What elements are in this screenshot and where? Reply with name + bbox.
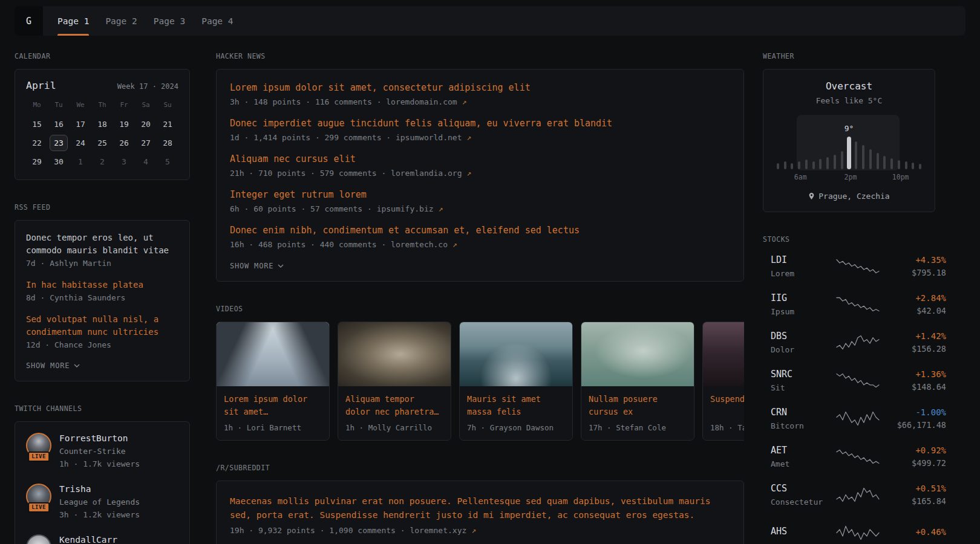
- chevron-down-icon: [278, 264, 284, 268]
- rss-item-title[interactable]: Donec tempor eros leo, ut commodo mauris…: [26, 232, 178, 257]
- stock-change: +0.46%: [880, 526, 946, 537]
- hackernews-item-title[interactable]: Integer eget rutrum lorem: [230, 189, 730, 201]
- hackernews-item-title[interactable]: Donec enim nibh, condimentum et accumsan…: [230, 225, 730, 236]
- video-card[interactable]: Lorem ipsum dolor sit amet consectetu… 1…: [216, 322, 330, 441]
- stock-price: $795.18: [880, 268, 946, 278]
- stock-change: +0.92%: [880, 445, 946, 456]
- stock-row[interactable]: DBS Dolor +1.42% $156.28: [763, 328, 935, 357]
- stock-price: $499.72: [880, 458, 946, 468]
- calendar-weekday: Sa: [135, 100, 157, 115]
- external-link-arrow[interactable]: ↗: [462, 97, 467, 106]
- hackernews-item: Donec imperdiet augue tincidunt felis al…: [230, 118, 730, 142]
- video-card[interactable]: Mauris sit amet massa felis 7h · Grayson…: [459, 322, 573, 441]
- weather-axis: 6am2pm10pm: [774, 173, 924, 182]
- stock-change: -1.00%: [880, 407, 946, 418]
- stock-change: +1.42%: [880, 331, 946, 342]
- page-tab[interactable]: Page 1: [57, 6, 89, 36]
- twitch-channel[interactable]: LIVE ForrestBurton Counter-Strike 1h · 1…: [26, 433, 178, 469]
- stock-row[interactable]: AET Amet +0.92% $499.72: [763, 442, 935, 471]
- rss-item-meta: 8d · Cynthia Saunders: [26, 293, 178, 302]
- videos-widget-label: VIDEOS: [216, 305, 744, 314]
- weather-hour-bar: [912, 163, 914, 169]
- weather-hour-bar: [784, 161, 786, 169]
- video-title: Lorem ipsum dolor sit amet consectetu…: [224, 393, 322, 418]
- weather-widget: WEATHER Overcast Feels like 5°C 9°: [763, 52, 935, 212]
- weather-hour-column: [782, 161, 789, 169]
- weather-hour-column: [860, 145, 867, 169]
- weather-location: Prague, Czechia: [773, 192, 925, 203]
- weather-hour-bar: [805, 160, 808, 169]
- calendar-weekday: Th: [91, 100, 113, 115]
- hackernews-item-title[interactable]: Donec imperdiet augue tincidunt felis al…: [230, 118, 730, 129]
- weather-location-text: Prague, Czechia: [818, 192, 889, 201]
- avatar-wrap: LIVE: [26, 534, 51, 544]
- weather-hour-bar: [898, 160, 900, 169]
- external-link-arrow[interactable]: ↗: [466, 169, 471, 178]
- hackernews-show-more-button[interactable]: SHOW MORE: [230, 261, 284, 270]
- stock-ticker: AHS: [771, 526, 836, 537]
- live-badge: LIVE: [28, 502, 50, 513]
- stock-row[interactable]: AHS +0.46%: [763, 519, 935, 544]
- calendar-day: 1: [71, 154, 90, 170]
- stock-row[interactable]: CRN Bitcorn -1.00% $66,171.48: [763, 404, 935, 433]
- hackernews-item: Donec enim nibh, condimentum et accumsan…: [230, 225, 730, 249]
- stock-names: CCS Consectetur: [771, 483, 836, 507]
- hackernews-item-title[interactable]: Aliquam nec cursus elit: [230, 154, 730, 165]
- calendar-card: April Week 17 · 2024 MoTuWeThFrSaSu 1516…: [15, 69, 190, 180]
- page-tab[interactable]: Page 4: [201, 6, 233, 36]
- external-link-arrow[interactable]: ↗: [438, 204, 443, 213]
- rss-item-title[interactable]: Sed volutpat nulla nisl, a condimentum n…: [26, 313, 178, 338]
- videos-row: Lorem ipsum dolor sit amet consectetu… 1…: [216, 322, 744, 441]
- dashboard-content: CALENDAR April Week 17 · 2024 MoTuWeThFr…: [0, 36, 980, 544]
- stock-sparkline: [836, 372, 880, 389]
- weather-hour-column: [838, 151, 846, 169]
- weather-hour-bar: [841, 151, 843, 169]
- rss-item-title[interactable]: In hac habitasse platea: [26, 279, 178, 291]
- video-author: 7h · Grayson Dawson: [467, 423, 565, 432]
- stock-sparkline: [836, 410, 880, 427]
- app-logo[interactable]: G: [15, 6, 43, 36]
- weather-hour-column: [824, 157, 831, 169]
- stock-row[interactable]: SNRC Sit +1.36% $148.64: [763, 366, 935, 395]
- video-thumbnail: [217, 322, 329, 386]
- weather-hour-bar: [883, 156, 886, 169]
- subreddit-card: Maecenas mollis pulvinar erat non posuer…: [216, 481, 744, 544]
- weather-hour-column: [874, 153, 881, 169]
- calendar-day: 4: [137, 154, 155, 170]
- channel-viewers: 1h · 1.7k viewers: [59, 459, 140, 469]
- stock-row[interactable]: IIG Ipsum +2.84% $42.04: [763, 290, 935, 319]
- video-card[interactable]: Suspendisse diam 18h · Tara: [702, 322, 744, 441]
- right-column: WEATHER Overcast Feels like 5°C 9°: [763, 52, 935, 544]
- twitch-channel[interactable]: LIVE KendallCarr: [26, 534, 178, 544]
- video-thumbnail: [460, 322, 572, 386]
- external-link-arrow[interactable]: ↗: [466, 133, 471, 142]
- video-card[interactable]: Nullam posuere cursus ex 17h · Stefan Co…: [581, 322, 694, 441]
- stock-price: $66,171.48: [880, 420, 946, 430]
- weather-hour-bar: [812, 161, 815, 169]
- rss-list: Donec tempor eros leo, ut commodo mauris…: [26, 232, 178, 349]
- subreddit-post-title[interactable]: Maecenas mollis pulvinar erat non posuer…: [230, 494, 730, 522]
- page-tab[interactable]: Page 3: [154, 6, 185, 36]
- stock-change: +0.51%: [880, 483, 946, 494]
- weather-hour-column: [910, 163, 917, 169]
- video-card[interactable]: Aliquam tempor dolor nec pharetra… 1h · …: [338, 322, 451, 441]
- stock-row[interactable]: CCS Consectetur +0.51% $165.84: [763, 481, 935, 509]
- rss-show-more-button[interactable]: SHOW MORE: [26, 360, 80, 370]
- hackernews-item-title[interactable]: Lorem ipsum dolor sit amet, consectetur …: [230, 82, 730, 94]
- video-author: 1h · Molly Carrillo: [345, 423, 443, 432]
- hackernews-card: Lorem ipsum dolor sit amet, consectetur …: [216, 69, 744, 282]
- subreddit-post: Maecenas mollis pulvinar erat non posuer…: [230, 494, 730, 535]
- avatar-wrap: LIVE: [26, 484, 51, 509]
- weather-axis-label: 10pm: [892, 173, 909, 181]
- channel-info: ForrestBurton Counter-Strike 1h · 1.7k v…: [59, 433, 140, 469]
- stock-row[interactable]: LDI Lorem +4.35% $795.18: [763, 252, 935, 280]
- weather-hour-column: [789, 163, 796, 169]
- twitch-channel[interactable]: LIVE Trisha League of Legends 3h · 1.2k …: [26, 484, 178, 520]
- channel-info: Trisha League of Legends 3h · 1.2k viewe…: [59, 484, 140, 520]
- external-link-arrow[interactable]: ↗: [471, 526, 476, 535]
- page-tab[interactable]: Page 2: [105, 6, 137, 36]
- rss-widget: RSS FEED Donec tempor eros leo, ut commo…: [15, 203, 190, 381]
- video-thumbnail: [581, 322, 694, 386]
- stock-price: $156.28: [880, 344, 946, 354]
- external-link-arrow[interactable]: ↗: [452, 240, 457, 249]
